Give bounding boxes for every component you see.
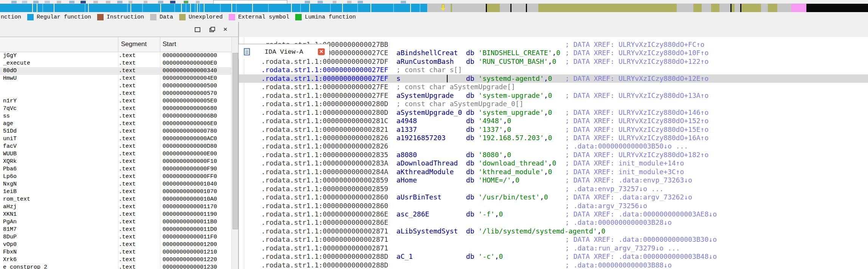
- function-row[interactable]: Pba6.text0000000000000F90: [0, 165, 231, 173]
- function-row[interactable]: .text0000000000000570: [0, 90, 231, 97]
- function-row[interactable]: age.text00000000000006E0: [0, 120, 231, 128]
- navband-segment[interactable]: [527, 4, 538, 12]
- toolbar-button-fragment[interactable]: [401, 1, 406, 3]
- navband-segment[interactable]: [512, 4, 526, 12]
- disassembly-line[interactable]: .rodata.str1.1:000000000000288D; .data:0…: [261, 261, 397, 269]
- function-row[interactable]: 81M7.text00000000000011D0: [0, 226, 231, 233]
- function-row[interactable]: ss.text00000000000006B0: [0, 113, 231, 120]
- disassembly-line[interactable]: .rodata.str1.1:000000000000286E; .data:0…: [261, 218, 397, 227]
- navband-segment[interactable]: [711, 4, 719, 12]
- navband-segment[interactable]: [741, 4, 761, 12]
- column-header-start[interactable]: Start: [163, 40, 176, 48]
- toolbar-button-fragment[interactable]: [93, 1, 98, 3]
- function-row[interactable]: _execute.text00000000000000E0: [0, 60, 231, 67]
- toolbar-button-fragment[interactable]: [347, 1, 352, 3]
- function-row[interactable]: aHzj.text0000000000001170: [0, 203, 231, 211]
- function-row[interactable]: XQRk.text0000000000000F10: [0, 158, 231, 165]
- disassembly-line[interactable]: .rodata.str1.1:00000000000027FEaSystemUp…: [261, 91, 552, 100]
- functions-list-header[interactable]: SegmentStart: [0, 37, 231, 52]
- function-row[interactable]: HmwU.text00000000000004E0: [0, 75, 231, 82]
- toolbar-button-fragment[interactable]: [69, 1, 74, 3]
- navband-segment[interactable]: [768, 4, 777, 12]
- function-row[interactable]: 1eiB.text0000000000001070: [0, 188, 231, 196]
- disassembly-line[interactable]: .rodata.str1.1:0000000000002859aHome db …: [261, 176, 519, 184]
- navband-segment[interactable]: [487, 4, 500, 12]
- function-row[interactable]: Lp6o.text0000000000000FF0: [0, 173, 231, 181]
- disassembly-line[interactable]: .rodata.str1.1:000000000000288DaC_1 db '…: [261, 252, 503, 261]
- function-row[interactable]: XKN1.text0000000000001190: [0, 211, 231, 218]
- function-row[interactable]: WUUB.text0000000000000E00: [0, 150, 231, 158]
- navband-segment[interactable]: [791, 4, 806, 12]
- disassembly-view[interactable]: .rodata.str1.1:00000000000027BB; DATA XR…: [239, 37, 868, 269]
- function-row[interactable]: facV.text0000000000000D80: [0, 143, 231, 150]
- disassembly-line[interactable]: .rodata.str1.1:0000000000002871; DATA XR…: [261, 235, 397, 244]
- toolbar-button-fragment[interactable]: [57, 1, 61, 3]
- navband-segment[interactable]: [735, 4, 740, 12]
- function-row[interactable]: 80dO.text0000000000000340: [0, 67, 231, 75]
- tab-close-icon[interactable]: ✕: [318, 48, 325, 55]
- function-row[interactable]: uniT.text0000000000000AC0: [0, 135, 231, 143]
- function-row[interactable]: n1rY.text00000000000005E0: [0, 97, 231, 105]
- float-panel-icon[interactable]: [207, 26, 216, 33]
- function-row[interactable]: 8DuP.text00000000000011F0: [0, 233, 231, 241]
- maximize-icon[interactable]: [193, 26, 202, 33]
- disassembly-line[interactable]: .rodata.str1.1:000000000000284AaKthreadM…: [261, 168, 552, 176]
- navband-segment[interactable]: [761, 4, 768, 12]
- navband-segment[interactable]: [452, 4, 486, 12]
- function-row[interactable]: FbxN.text0000000000001210: [0, 249, 231, 256]
- toolbar-button-fragment[interactable]: [22, 1, 27, 3]
- toolbar-button-fragment[interactable]: [333, 1, 336, 3]
- disassembly-line[interactable]: .rodata.str1.1:000000000000281Ca4948 db …: [261, 117, 511, 125]
- tab-ida-view-a[interactable]: IDA View-A✕: [238, 44, 330, 59]
- function-row[interactable]: jGgY.text0000000000000000: [0, 52, 231, 60]
- toolbar-button-fragment[interactable]: [318, 1, 323, 3]
- toolbar-button-fragment[interactable]: [184, 1, 188, 3]
- navband-segment[interactable]: [693, 4, 702, 12]
- toolbar-button-fragment[interactable]: [196, 1, 200, 3]
- function-row[interactable]: PgAn.text00000000000011B0: [0, 218, 231, 226]
- function-row[interactable]: Xrk6.text0000000000001220: [0, 256, 231, 264]
- disassembly-line[interactable]: .rodata.str1.1:00000000000027EFs db 'sys…: [261, 74, 552, 83]
- function-row[interactable]: .text0000000000000500: [0, 82, 231, 90]
- disassembly-line[interactable]: .rodata.str1.1:00000000000027EF; const c…: [261, 66, 462, 74]
- toolbar-button-fragment[interactable]: [305, 1, 310, 3]
- function-row[interactable]: 7qVc.text0000000000000680: [0, 105, 231, 113]
- disassembly-line[interactable]: .rodata.str1.1:0000000000002860; .data:a…: [261, 202, 397, 210]
- navband-segment[interactable]: [702, 4, 711, 12]
- functions-scrollbar[interactable]: [231, 37, 239, 269]
- navband-segment[interactable]: [538, 4, 677, 12]
- toolbar-button-fragment[interactable]: [106, 1, 110, 3]
- navband-segment[interactable]: [427, 4, 451, 12]
- toolbar-button-fragment[interactable]: [117, 1, 122, 3]
- toolbar-button-fragment[interactable]: [45, 1, 50, 3]
- toolbar-button-fragment[interactable]: [170, 1, 175, 3]
- navband-segment[interactable]: [677, 4, 693, 12]
- toolbar-button-fragment[interactable]: [81, 1, 86, 3]
- disassembly-line[interactable]: .rodata.str1.1:0000000000002821a1337 db …: [261, 125, 511, 134]
- disassembly-line[interactable]: .rodata.str1.1:000000000000286Easc_286E …: [261, 210, 503, 218]
- close-icon[interactable]: ×: [221, 26, 230, 33]
- column-header-segment[interactable]: Segment: [121, 40, 147, 48]
- disassembly-line[interactable]: .rodata.str1.1:000000000000280DaSystemUp…: [261, 108, 552, 117]
- current-position-arrow-icon[interactable]: [441, 4, 445, 11]
- disassembly-line[interactable]: .rodata.str1.1:00000000000027FE; const c…: [261, 83, 515, 91]
- disassembly-line[interactable]: .rodata.str1.1:000000000000283AaDownload…: [261, 159, 556, 167]
- function-row[interactable]: rom_text.text00000000000010A0: [0, 196, 231, 203]
- disassembly-line[interactable]: .rodata.str1.1:0000000000002826a19216857…: [261, 134, 552, 142]
- disassembly-line[interactable]: .rodata.str1.1:0000000000002871; .data:r…: [261, 244, 397, 252]
- navband-segment[interactable]: [719, 4, 730, 12]
- toolbar-button-fragment[interactable]: [158, 1, 163, 3]
- navigation-band[interactable]: [0, 4, 868, 12]
- disassembly-line[interactable]: .rodata.str1.1:0000000000002859; .data:e…: [261, 185, 397, 193]
- navband-segment[interactable]: [777, 4, 791, 12]
- toolbar-button-fragment[interactable]: [144, 1, 147, 3]
- disassembly-line[interactable]: .rodata.str1.1:0000000000002860aUsrBinTe…: [261, 193, 548, 201]
- disassembly-line[interactable]: .rodata.str1.1:0000000000002835a8080 db …: [261, 151, 511, 159]
- navband-segment[interactable]: [806, 4, 868, 12]
- toolbar-button-fragment[interactable]: [129, 1, 132, 3]
- navband-segment[interactable]: [500, 4, 510, 12]
- disassembly-line[interactable]: .rodata.str1.1:0000000000002871aLibSyste…: [261, 227, 605, 235]
- navband-regular-region[interactable]: [0, 4, 427, 12]
- function-row[interactable]: 51Dd.text0000000000000780: [0, 128, 231, 135]
- toolbar-button-fragment[interactable]: [33, 1, 39, 3]
